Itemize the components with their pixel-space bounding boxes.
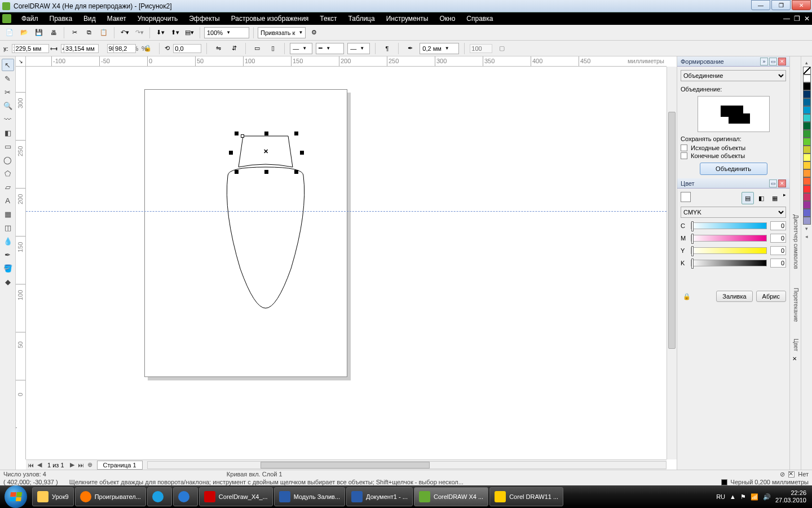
interactive-tool[interactable]: ◫ bbox=[2, 221, 14, 234]
horizontal-scrollbar[interactable] bbox=[147, 461, 667, 469]
palette-swatch[interactable] bbox=[803, 90, 811, 98]
menu-view[interactable]: Вид bbox=[78, 15, 102, 23]
ruler-horizontal[interactable]: -100-50050100150200250300350400450 милли… bbox=[26, 56, 667, 67]
tray-icon[interactable]: ▲ bbox=[730, 493, 736, 500]
palette-swatch[interactable] bbox=[803, 217, 811, 225]
task-explorer[interactable]: Урок9 bbox=[32, 487, 74, 506]
palette-up-button[interactable]: ▴ bbox=[805, 60, 808, 65]
order-button[interactable]: ▯ bbox=[267, 42, 279, 55]
task-star[interactable]: Corel DRAW11 ... bbox=[489, 487, 563, 506]
palette-swatch[interactable] bbox=[803, 130, 811, 138]
shaping-docker-title[interactable]: Формирование »▭✕ bbox=[677, 56, 789, 67]
docker-close-button[interactable]: ✕ bbox=[778, 58, 786, 65]
palette-swatch[interactable] bbox=[803, 177, 811, 185]
polygon-tool[interactable]: ⬠ bbox=[2, 167, 14, 179]
color-palette-button[interactable]: ▦ bbox=[769, 192, 781, 204]
menu-table[interactable]: Таблица bbox=[343, 15, 381, 23]
no-color-swatch[interactable] bbox=[803, 67, 811, 75]
palette-swatch[interactable] bbox=[803, 169, 811, 177]
menu-effects[interactable]: Эффекты bbox=[183, 15, 226, 23]
system-tray[interactable]: RU ▲ ⚑ 📶 🔊 22:26 27.03.2010 bbox=[716, 489, 812, 504]
menu-edit[interactable]: Правка bbox=[44, 15, 78, 23]
tray-network-icon[interactable]: 📶 bbox=[751, 493, 758, 501]
task-ie[interactable] bbox=[173, 487, 198, 506]
undo-button[interactable]: ↶▾ bbox=[118, 27, 131, 39]
rectangle-tool[interactable]: ▭ bbox=[2, 140, 14, 152]
tray-clock[interactable]: 22:26 27.03.2010 bbox=[775, 489, 806, 504]
palette-swatch[interactable] bbox=[803, 138, 811, 146]
start-button[interactable] bbox=[5, 485, 27, 508]
task-skype[interactable] bbox=[147, 487, 172, 506]
cyan-input[interactable] bbox=[770, 221, 786, 230]
menu-window[interactable]: Окно bbox=[434, 15, 461, 23]
selection-handles[interactable]: ✕ bbox=[236, 133, 298, 173]
palette-swatch[interactable] bbox=[803, 161, 811, 169]
eyedropper-tool[interactable]: 💧 bbox=[2, 235, 14, 247]
palette-swatch[interactable] bbox=[803, 146, 811, 154]
vertical-scrollbar[interactable] bbox=[667, 67, 677, 459]
scale-y-input[interactable] bbox=[113, 44, 136, 53]
color-viewer-button[interactable]: ◧ bbox=[755, 192, 767, 204]
yellow-input[interactable] bbox=[770, 246, 786, 255]
dim-input[interactable] bbox=[470, 44, 492, 53]
page-next-button[interactable]: ▶ bbox=[68, 461, 77, 468]
guide-line[interactable] bbox=[26, 211, 667, 212]
palette-swatch[interactable] bbox=[803, 201, 811, 209]
palette-down-button[interactable]: ▾ bbox=[805, 226, 808, 231]
ruler-vertical[interactable]: 300250200150100500 миллиметры bbox=[16, 67, 26, 459]
options-button[interactable]: ⚙ bbox=[308, 27, 320, 39]
save-button[interactable]: 💾 bbox=[33, 27, 45, 39]
crop-tool[interactable]: ✂ bbox=[2, 86, 14, 98]
page-prev-button[interactable]: ◀ bbox=[35, 461, 44, 468]
menu-file[interactable]: Файл bbox=[16, 15, 44, 23]
copy-button[interactable]: ⧉ bbox=[83, 27, 95, 39]
magenta-slider[interactable] bbox=[691, 235, 767, 242]
tab-symbols[interactable]: Диспетчер символов bbox=[793, 214, 799, 269]
table-tool[interactable]: ▦ bbox=[2, 208, 14, 220]
pos-y-input[interactable] bbox=[14, 44, 49, 53]
wrap-button[interactable]: ¶ bbox=[381, 42, 393, 55]
tray-lang[interactable]: RU bbox=[716, 493, 725, 500]
interactive-fill-tool[interactable]: ◆ bbox=[2, 275, 14, 288]
weld-apply-button[interactable]: Объединить bbox=[700, 163, 767, 175]
zoom-combo[interactable]: 100%▼ bbox=[204, 27, 249, 38]
target-objects-checkbox[interactable]: Конечные объекты bbox=[681, 152, 786, 159]
page-first-button[interactable]: ⏮ bbox=[26, 462, 35, 468]
palette-swatch[interactable] bbox=[803, 75, 811, 82]
new-button[interactable]: 📄 bbox=[3, 27, 16, 39]
cyan-slider[interactable] bbox=[691, 222, 767, 229]
task-wmp[interactable]: Проигрывател... bbox=[75, 487, 146, 506]
align-button[interactable]: ▭ bbox=[251, 42, 263, 55]
line-end-combo[interactable]: —▼ bbox=[347, 43, 370, 54]
redo-button[interactable]: ↷▾ bbox=[133, 27, 145, 39]
palette-swatch[interactable] bbox=[803, 114, 811, 122]
menu-text[interactable]: Текст bbox=[314, 15, 342, 23]
freehand-tool[interactable]: 〰 bbox=[2, 113, 14, 125]
color-sliders-button[interactable]: ▤ bbox=[742, 192, 754, 204]
app-menu-icon[interactable] bbox=[2, 14, 11, 23]
fill-button[interactable]: Заливка bbox=[716, 291, 752, 302]
paste-button[interactable]: 📋 bbox=[98, 27, 110, 39]
mdi-close-button[interactable]: ✕ bbox=[802, 15, 812, 23]
outline-tool[interactable]: ✒ bbox=[2, 248, 14, 261]
menu-layout[interactable]: Макет bbox=[102, 15, 132, 23]
yellow-slider[interactable] bbox=[691, 247, 767, 254]
export-button[interactable]: ⬆▾ bbox=[169, 27, 181, 39]
line-start-combo[interactable]: —▼ bbox=[290, 43, 312, 54]
menu-arrange[interactable]: Упорядочить bbox=[132, 15, 183, 23]
color-flyout-button[interactable]: ▸ bbox=[783, 192, 786, 204]
menu-help[interactable]: Справка bbox=[461, 15, 498, 23]
black-input[interactable] bbox=[770, 259, 786, 268]
palette-swatch[interactable] bbox=[803, 185, 811, 193]
task-coreldraw[interactable]: CorelDRAW X4 ... bbox=[414, 487, 488, 506]
mirror-h-button[interactable]: ⇋ bbox=[212, 42, 224, 55]
size-h-input[interactable] bbox=[64, 44, 99, 53]
docker-undock-button[interactable]: ▭ bbox=[769, 58, 777, 65]
snap-combo[interactable]: Привязать к▼ bbox=[258, 27, 306, 38]
fill-tool[interactable]: 🪣 bbox=[2, 262, 14, 274]
tray-flag-icon[interactable]: ⚑ bbox=[740, 493, 746, 501]
zoom-tool[interactable]: 🔍 bbox=[2, 99, 14, 112]
source-objects-checkbox[interactable]: Исходные объекты bbox=[681, 144, 786, 151]
palette-swatch[interactable] bbox=[803, 209, 811, 217]
color-docker-close-button[interactable]: ✕ bbox=[778, 179, 786, 187]
